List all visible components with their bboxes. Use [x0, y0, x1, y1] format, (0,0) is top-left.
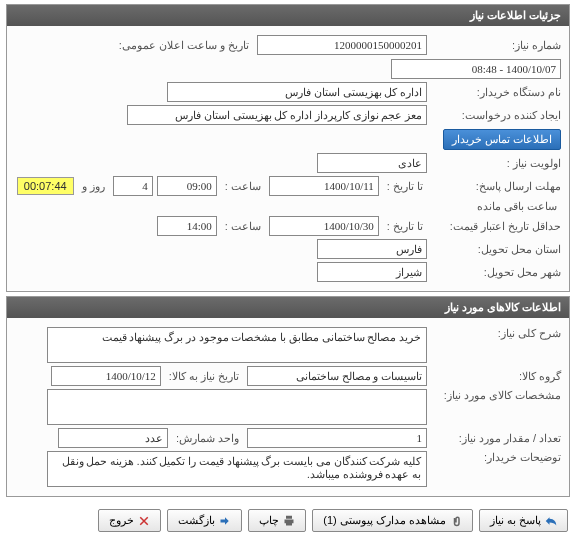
announce-label: تاریخ و ساعت اعلان عمومی: [115, 39, 253, 52]
panel1-header: جزئیات اطلاعات نیاز [7, 5, 569, 26]
deadline-time-field: 09:00 [157, 176, 217, 196]
requester-field: معز عجم نوازی کارپرداز اداره کل بهزیستی … [127, 105, 427, 125]
group-field: تاسیسات و مصالح ساختمانی [247, 366, 427, 386]
desc-field: خرید مصالح ساختمانی مطابق با مشخصات موجو… [47, 327, 427, 363]
buyer-note-field: کلیه شرکت کنندگان می بایست برگ پیشنهاد ق… [47, 451, 427, 487]
need-date-label: تاریخ نیاز به کالا: [165, 370, 243, 383]
panel2-body: شرح کلی نیاز: خرید مصالح ساختمانی مطابق … [7, 318, 569, 496]
city-label: شهر محل تحویل: [431, 266, 561, 279]
min-validity-time-field: 14:00 [157, 216, 217, 236]
buyer-label: نام دستگاه خریدار: [431, 86, 561, 99]
respond-button-label: پاسخ به نیاز [490, 514, 541, 527]
group-label: گروه کالا: [431, 370, 561, 383]
unit-field: عدد [58, 428, 168, 448]
time-label-1: ساعت : [221, 180, 265, 193]
attachments-button-label: مشاهده مدارک پیوستی (1) [323, 514, 446, 527]
back-icon [219, 515, 231, 527]
time-label-2: ساعت : [221, 220, 265, 233]
goods-info-panel: اطلاعات کالاهای مورد نیاز شرح کلی نیاز: … [6, 296, 570, 497]
print-button-label: چاپ [259, 514, 279, 527]
back-button-label: بازگشت [178, 514, 215, 527]
back-button[interactable]: بازگشت [167, 509, 242, 532]
min-validity-label: حداقل تاریخ اعتبار قیمت: [431, 220, 561, 233]
print-icon [283, 515, 295, 527]
desc-label: شرح کلی نیاز: [431, 327, 561, 340]
spec-field [47, 389, 427, 425]
exit-button-label: خروج [109, 514, 134, 527]
buyer-note-label: توضیحات خریدار: [431, 451, 561, 464]
city-field: شیراز [317, 262, 427, 282]
countdown-timer: 00:07:44 [17, 177, 74, 195]
min-validity-date-field: 1400/10/30 [269, 216, 379, 236]
to-date-label-1: تا تاریخ : [383, 180, 427, 193]
province-field: فارس [317, 239, 427, 259]
to-date-label-2: تا تاریخ : [383, 220, 427, 233]
panel1-body: شماره نیاز: 1200000150000201 تاریخ و ساع… [7, 26, 569, 291]
priority-field: عادی [317, 153, 427, 173]
contact-buyer-button[interactable]: اطلاعات تماس خریدار [443, 129, 561, 150]
need-date-field: 1400/10/12 [51, 366, 161, 386]
attachments-button[interactable]: مشاهده مدارک پیوستی (1) [312, 509, 473, 532]
announce-field: 1400/10/07 - 08:48 [391, 59, 561, 79]
spec-label: مشخصات کالای مورد نیاز: [431, 389, 561, 402]
attachment-icon [450, 515, 462, 527]
respond-button[interactable]: پاسخ به نیاز [479, 509, 568, 532]
remain-days-suffix: روز و [78, 180, 109, 193]
panel2-header: اطلاعات کالاهای مورد نیاز [7, 297, 569, 318]
requester-label: ایجاد کننده درخواست: [431, 109, 561, 122]
deadline-date-field: 1400/10/11 [269, 176, 379, 196]
need-number-label: شماره نیاز: [431, 39, 561, 52]
remain-days-field: 4 [113, 176, 153, 196]
deadline-label: مهلت ارسال پاسخ: [431, 180, 561, 193]
province-label: استان محل تحویل: [431, 243, 561, 256]
need-details-panel: جزئیات اطلاعات نیاز شماره نیاز: 12000001… [6, 4, 570, 292]
exit-button[interactable]: خروج [98, 509, 161, 532]
qty-field: 1 [247, 428, 427, 448]
remain-suffix: ساعت باقی مانده [473, 200, 561, 213]
reply-icon [545, 515, 557, 527]
unit-label: واحد شمارش: [172, 432, 243, 445]
print-button[interactable]: چاپ [248, 509, 306, 532]
exit-icon [138, 515, 150, 527]
qty-label: تعداد / مقدار مورد نیاز: [431, 432, 561, 445]
buyer-field: اداره کل بهزیستی استان فارس [167, 82, 427, 102]
need-number-field: 1200000150000201 [257, 35, 427, 55]
button-bar: پاسخ به نیاز مشاهده مدارک پیوستی (1) چاپ… [0, 501, 576, 540]
priority-label: اولویت نیاز : [431, 157, 561, 170]
